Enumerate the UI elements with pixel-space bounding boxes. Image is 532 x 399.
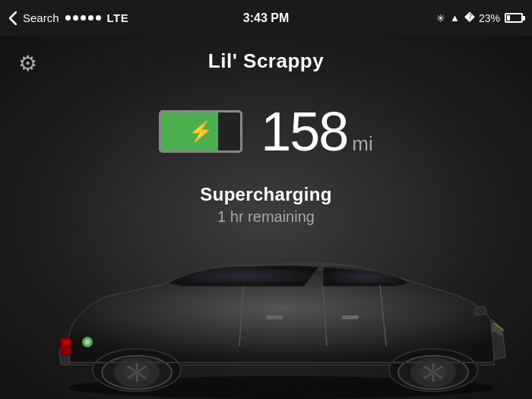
brightness-icon: ✳︎ [436,12,445,24]
status-right: ✳︎ ▲ � 23% [436,12,523,24]
car-image [8,232,524,399]
status-left: Search LTE [9,11,128,25]
svg-point-24 [133,369,141,375]
battery-body: ⚡ [159,110,242,153]
bluetooth-icon: � [464,12,474,24]
svg-point-27 [85,340,90,344]
svg-point-16 [429,369,437,375]
settings-button[interactable]: ⚙ [18,51,37,76]
location-icon: ▲ [450,12,460,24]
signal-dot-2 [73,15,78,21]
battery-mileage-row: ⚡ 158 mi [0,104,532,159]
network-type: LTE [107,11,129,24]
signal-dot-4 [88,15,93,21]
mileage-display: 158 mi [261,104,373,159]
status-bar: Search LTE 3:43 PM ✳︎ ▲ � 23% [0,0,532,36]
signal-strength [65,15,101,21]
signal-dot-1 [65,15,71,21]
car-name: Lil' Scrappy [0,49,532,73]
car-image-container [0,217,532,399]
signal-dot-3 [81,15,86,21]
lightning-icon: ⚡ [188,122,213,141]
status-time: 3:43 PM [243,11,289,25]
back-button[interactable] [9,11,17,25]
battery-indicator: ⚡ [159,110,242,153]
mileage-number: 158 [261,104,347,159]
back-label[interactable]: Search [23,11,59,24]
mileage-unit: mi [352,132,372,156]
app-container: ⚙ Lil' Scrappy ⚡ 158 mi Supercharging 1 … [0,36,532,399]
signal-dot-5 [96,15,101,21]
battery-icon [505,13,523,23]
charging-label: Supercharging [0,184,532,205]
svg-rect-8 [62,340,70,346]
battery-percent: 23% [479,12,500,24]
svg-rect-5 [342,315,359,319]
svg-rect-4 [266,315,283,319]
